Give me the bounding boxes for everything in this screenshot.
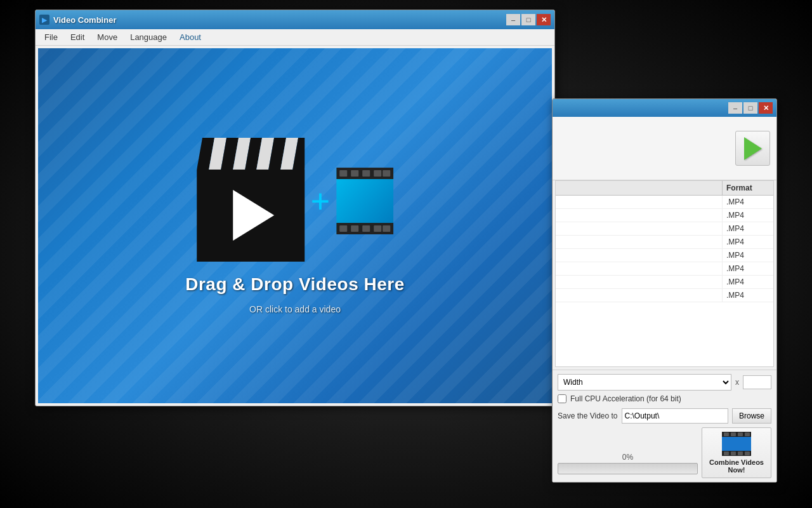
clapperboard-icon: [197, 138, 304, 265]
svg-rect-11: [374, 225, 381, 232]
drop-content: +: [185, 138, 405, 314]
icon-group: +: [197, 138, 393, 265]
col-format-header: Format: [723, 181, 773, 195]
progress-bar-track: [558, 463, 698, 474]
main-minimize-button[interactable]: –: [506, 14, 520, 25]
secondary-minimize-button[interactable]: –: [728, 102, 742, 114]
secondary-top-panel: [553, 117, 776, 180]
svg-rect-7: [383, 170, 390, 177]
svg-rect-3: [339, 170, 347, 177]
combine-btn-wrapper: Combine Videos Now!: [702, 427, 771, 478]
main-window-title: Video Combiner: [53, 15, 506, 25]
secondary-close-button[interactable]: ✕: [759, 102, 773, 114]
table-row[interactable]: .MP4: [556, 236, 773, 249]
svg-rect-8: [339, 225, 347, 232]
table-row[interactable]: .MP4: [556, 209, 773, 222]
clap-body: [197, 170, 304, 262]
plus-icon: +: [311, 185, 330, 218]
svg-rect-17: [731, 432, 736, 436]
menu-about[interactable]: About: [173, 31, 207, 43]
menu-language[interactable]: Language: [124, 31, 173, 43]
table-row[interactable]: .MP4: [556, 262, 773, 276]
svg-rect-5: [362, 170, 370, 177]
filmstrip-icon: [336, 168, 393, 234]
cpu-checkbox[interactable]: [558, 394, 566, 403]
svg-rect-12: [383, 225, 390, 232]
app-icon: ▶: [39, 15, 49, 25]
svg-rect-16: [724, 432, 729, 436]
menubar: File Edit Move Language About: [36, 29, 554, 46]
table-row[interactable]: .MP4: [556, 276, 773, 289]
progress-percent: 0%: [558, 453, 698, 462]
secondary-maximize-button[interactable]: □: [743, 102, 757, 114]
save-row: Save the Video to Browse: [558, 408, 771, 424]
drop-main-text: Drag & Drop Videos Here: [185, 274, 405, 295]
svg-rect-6: [374, 170, 381, 177]
bottom-row-wrapper: 0%: [558, 427, 771, 478]
width-row: Width x: [558, 374, 771, 391]
file-list-header: Format: [556, 181, 773, 196]
bottom-panel: Width x Full CPU Acceleration (for 64 bi…: [553, 370, 776, 482]
svg-rect-23: [745, 451, 750, 455]
menu-move[interactable]: Move: [91, 31, 124, 43]
menu-file[interactable]: File: [38, 31, 64, 43]
x-label: x: [735, 378, 739, 387]
table-row[interactable]: .MP4: [556, 249, 773, 262]
secondary-titlebar-buttons: – □ ✕: [728, 102, 773, 114]
secondary-window: – □ ✕ Format .MP4 .MP4 .MP4 .MP4 .MP4 .M…: [552, 98, 777, 483]
file-list: Format .MP4 .MP4 .MP4 .MP4 .MP4 .MP4 .MP…: [555, 180, 774, 367]
col-name-header: [556, 181, 723, 195]
cpu-row: Full CPU Acceleration (for 64 bit): [558, 394, 771, 403]
main-window: ▶ Video Combiner – □ ✕ File Edit Move La…: [35, 10, 555, 406]
main-titlebar-buttons: – □ ✕: [506, 14, 551, 25]
svg-rect-4: [351, 170, 358, 177]
combine-label: Combine Videos Now!: [705, 458, 768, 474]
main-body: +: [36, 46, 554, 406]
svg-rect-10: [362, 225, 370, 232]
svg-rect-19: [745, 432, 750, 436]
x-input[interactable]: [743, 375, 771, 389]
secondary-titlebar: – □ ✕: [553, 99, 776, 117]
table-row[interactable]: .MP4: [556, 222, 773, 236]
save-path-input[interactable]: [622, 408, 728, 424]
drop-sub-text: OR click to add a video: [249, 304, 341, 314]
svg-rect-18: [738, 432, 743, 436]
browse-button[interactable]: Browse: [732, 408, 771, 424]
clap-top: [197, 138, 304, 170]
left-bottom: 0%: [558, 453, 698, 478]
main-close-button[interactable]: ✕: [537, 14, 551, 25]
progress-row: 0%: [558, 453, 698, 474]
cpu-label: Full CPU Acceleration (for 64 bit): [570, 394, 681, 403]
svg-rect-22: [738, 451, 743, 455]
table-row[interactable]: .MP4: [556, 196, 773, 209]
play-icon: [233, 190, 274, 241]
main-maximize-button[interactable]: □: [521, 14, 535, 25]
arrow-button[interactable]: [735, 131, 770, 166]
drop-area[interactable]: +: [38, 48, 552, 403]
arrow-right-icon: [744, 137, 762, 160]
main-titlebar: ▶ Video Combiner – □ ✕: [36, 10, 554, 29]
menu-edit[interactable]: Edit: [64, 31, 91, 43]
svg-rect-20: [724, 451, 729, 455]
save-label: Save the Video to: [558, 411, 618, 420]
combine-video-icon: [721, 432, 752, 456]
secondary-content: Format .MP4 .MP4 .MP4 .MP4 .MP4 .MP4 .MP…: [553, 117, 776, 482]
svg-rect-9: [351, 225, 358, 232]
table-row[interactable]: .MP4: [556, 289, 773, 302]
width-select[interactable]: Width: [558, 374, 731, 391]
svg-rect-21: [731, 451, 736, 455]
combine-button[interactable]: Combine Videos Now!: [702, 427, 771, 478]
